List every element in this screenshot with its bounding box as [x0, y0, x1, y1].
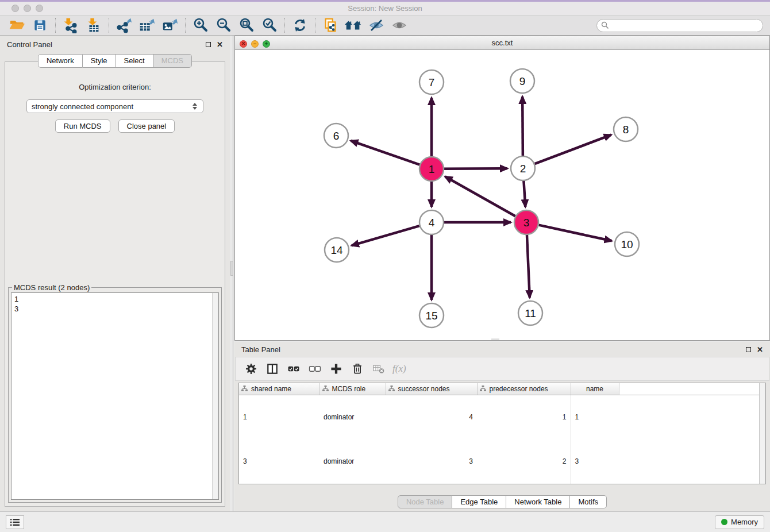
panel-divider-handle[interactable]	[230, 261, 233, 276]
close-panel-icon[interactable]: ✕	[217, 41, 223, 48]
zoom-out-icon[interactable]	[212, 17, 235, 34]
column-header-name[interactable]: name	[571, 383, 619, 395]
toolbar-separator	[109, 18, 109, 33]
network-minimize-button[interactable]: −	[251, 40, 259, 48]
float-panel-icon[interactable]	[206, 42, 211, 47]
graph-edge-3-11[interactable]	[527, 235, 530, 298]
result-line: 3	[14, 304, 209, 314]
unselect-all-checkboxes-icon[interactable]	[306, 360, 324, 377]
table-panel-header: Table Panel ✕	[234, 342, 770, 357]
refresh-icon[interactable]	[288, 17, 311, 34]
control-panel: Control Panel ✕ NetworkStyleSelectMCDS O…	[0, 36, 230, 511]
toolbar-separator	[55, 18, 56, 33]
zoom-window-button[interactable]	[36, 5, 43, 12]
first-neighbors-icon[interactable]	[342, 17, 365, 34]
graph-node-label-2: 2	[520, 163, 526, 175]
graph-edge-2-3[interactable]	[523, 181, 525, 207]
cell-shared-name[interactable]: 1	[239, 395, 319, 440]
result-line: 1	[14, 294, 209, 304]
export-table-icon[interactable]	[136, 17, 159, 34]
export-network-icon[interactable]	[113, 17, 136, 34]
close-window-button[interactable]	[11, 5, 19, 12]
cell-successor-nodes[interactable]: 3	[386, 440, 477, 484]
tab-network[interactable]: Network	[38, 54, 83, 68]
graph-edge-2-9[interactable]	[522, 97, 523, 156]
gear-icon[interactable]	[242, 360, 260, 377]
network-maximize-button[interactable]: +	[263, 40, 270, 48]
table-toolbar: f(x)	[235, 357, 769, 381]
cell-name[interactable]: 3	[571, 440, 619, 484]
float-table-panel-icon[interactable]	[746, 347, 751, 352]
graph-edge-4-14[interactable]	[352, 226, 419, 245]
column-header-filler	[619, 383, 760, 395]
cell-predecessor-nodes[interactable]: 2	[477, 440, 571, 484]
table-row[interactable]: 3dominator323	[239, 440, 760, 484]
graph-node-label-6: 6	[333, 130, 340, 142]
graph-edge-3-10[interactable]	[538, 225, 611, 241]
save-session-icon[interactable]	[29, 17, 52, 34]
table-row[interactable]: 1dominator411	[239, 395, 760, 440]
network-window-titlebar[interactable]: ✕ − + scc.txt	[235, 36, 769, 50]
criterion-select[interactable]: strongly connected component	[26, 99, 203, 113]
delete-row-icon[interactable]	[349, 360, 366, 377]
clone-network-icon[interactable]	[319, 17, 342, 34]
network-close-button[interactable]: ✕	[240, 40, 247, 48]
search-field-wrap	[596, 19, 763, 32]
network-canvas[interactable]: 7968124314101511	[235, 50, 769, 340]
memory-button[interactable]: Memory	[715, 515, 764, 529]
graph-node-label-15: 15	[425, 310, 437, 322]
column-header-successor-nodes[interactable]: successor nodes	[386, 383, 477, 395]
search-input[interactable]	[596, 19, 763, 32]
mcds-result-lines: 13	[11, 293, 212, 499]
result-scrollbar[interactable]	[212, 293, 218, 499]
hide-selected-icon[interactable]	[365, 17, 388, 34]
graph-edge-3-1[interactable]	[445, 176, 515, 216]
close-panel-button[interactable]: Close panel	[118, 119, 175, 133]
run-mcds-button[interactable]: Run MCDS	[55, 119, 110, 133]
cell-MCDS-role[interactable]: dominator	[319, 440, 386, 484]
control-panel-header: Control Panel ✕	[0, 36, 230, 53]
node-table[interactable]: shared nameMCDS rolesuccessor nodesprede…	[239, 383, 760, 484]
tab-style[interactable]: Style	[83, 54, 116, 68]
table-scrollbar[interactable]	[759, 383, 765, 484]
graph-edge-1-6[interactable]	[351, 141, 419, 165]
export-image-icon[interactable]	[159, 17, 182, 34]
list-icon	[10, 518, 20, 526]
close-table-panel-icon[interactable]: ✕	[757, 346, 763, 353]
zoom-selected-icon[interactable]	[258, 17, 281, 34]
column-header-predecessor-nodes[interactable]: predecessor nodes	[477, 383, 571, 395]
cell-name[interactable]: 1	[571, 395, 619, 440]
minimize-window-button[interactable]	[24, 5, 31, 12]
cell-MCDS-role[interactable]: dominator	[319, 395, 386, 440]
mcds-result-textarea[interactable]: 13	[11, 292, 219, 500]
graph-edge-1-2[interactable]	[444, 168, 507, 169]
import-table-icon[interactable]	[82, 17, 105, 34]
show-all-icon[interactable]	[388, 17, 411, 34]
table-tab-motifs[interactable]: Motifs	[570, 495, 607, 508]
tab-mcds[interactable]: MCDS	[153, 54, 192, 68]
zoom-in-icon[interactable]	[189, 17, 212, 34]
graph-edge-2-8[interactable]	[535, 135, 611, 164]
window-title: Session: New Session	[348, 4, 422, 13]
columns-icon[interactable]	[264, 360, 281, 377]
tab-select[interactable]: Select	[116, 54, 153, 68]
cell-shared-name[interactable]: 3	[239, 440, 319, 484]
column-header-shared-name[interactable]: shared name	[239, 383, 319, 395]
select-all-checkboxes-icon[interactable]	[285, 360, 302, 377]
cell-successor-nodes[interactable]: 4	[386, 395, 477, 440]
graph-node-label-11: 11	[525, 307, 536, 319]
zoom-fit-icon[interactable]	[235, 17, 258, 34]
cell-predecessor-nodes[interactable]: 1	[477, 395, 571, 440]
import-network-icon[interactable]	[59, 17, 82, 34]
mcds-panel-body: Optimization criterion: strongly connect…	[5, 61, 225, 507]
add-row-icon[interactable]	[328, 360, 345, 377]
canvas-resize-grip[interactable]	[491, 338, 499, 340]
table-tab-network-table[interactable]: Network Table	[506, 495, 570, 508]
column-header-MCDS-role[interactable]: MCDS role	[319, 383, 386, 395]
open-folder-icon[interactable]	[6, 17, 29, 34]
table-tab-edge-table[interactable]: Edge Table	[452, 495, 506, 508]
task-history-button[interactable]	[6, 515, 24, 529]
memory-label: Memory	[731, 518, 758, 526]
graph-node-label-1: 1	[429, 163, 435, 175]
table-tab-node-table[interactable]: Node Table	[398, 495, 453, 508]
